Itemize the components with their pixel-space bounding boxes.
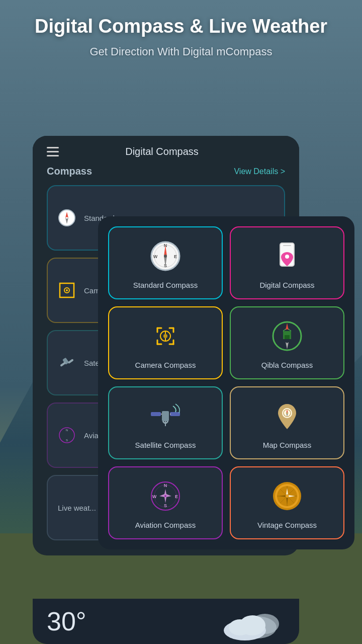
- svg-text:N: N: [164, 483, 167, 488]
- hamburger-line-1: [47, 147, 59, 148]
- view-details-link[interactable]: View Details >: [234, 167, 285, 176]
- camera-compass-icon: [148, 318, 183, 354]
- svg-rect-38: [170, 412, 180, 416]
- aviation-compass-icon: N S E W: [148, 478, 183, 514]
- map-compass-icon: [269, 398, 305, 434]
- left-liveweather-label: Live weat...: [58, 504, 96, 512]
- svg-point-53: [164, 495, 166, 497]
- svg-rect-7: [60, 362, 66, 367]
- svg-rect-31: [285, 335, 290, 339]
- svg-rect-37: [151, 412, 161, 416]
- vintage-compass-label: Vintage Compass: [257, 521, 317, 529]
- header-title: Digital Compass & Live Weather: [20, 15, 342, 38]
- satellite-compass-icon: [148, 398, 183, 434]
- svg-rect-8: [68, 359, 74, 364]
- compass-item-standard[interactable]: N S E W Standard Compass: [108, 226, 223, 299]
- svg-point-46: [286, 412, 288, 414]
- satellite-compass-label: Satellite Compass: [135, 441, 196, 449]
- header-subtitle: Get Direction With Digital mCompass: [20, 45, 342, 58]
- svg-marker-34: [286, 323, 289, 330]
- compass-item-camera[interactable]: Camera Compass: [108, 306, 223, 379]
- compass-item-qibla[interactable]: Qibla Compass: [230, 306, 344, 379]
- header: Digital Compass & Live Weather Get Direc…: [0, 15, 362, 58]
- svg-point-26: [163, 334, 167, 338]
- bottom-weather-bar: 30°: [33, 599, 299, 644]
- left-camera-icon: [58, 281, 76, 299]
- svg-point-5: [66, 289, 68, 291]
- standard-compass-label: Standard Compass: [133, 281, 198, 289]
- bg-card-header: Digital Compass: [33, 136, 299, 166]
- digital-compass-icon: [269, 238, 305, 274]
- vintage-compass-icon: [269, 478, 305, 514]
- svg-point-24: [285, 255, 289, 259]
- compass-grid: N S E W Standard Compass: [108, 226, 344, 539]
- main-compass-card: N S E W Standard Compass: [98, 216, 354, 549]
- compass-item-satellite[interactable]: Satellite Compass: [108, 386, 223, 459]
- hamburger-line-2: [47, 151, 59, 152]
- aviation-compass-label: Aviation Compass: [135, 521, 196, 529]
- svg-rect-36: [162, 411, 169, 421]
- digital-compass-label: Digital Compass: [259, 281, 314, 289]
- svg-text:W: W: [152, 494, 157, 499]
- svg-rect-22: [283, 245, 291, 246]
- standard-compass-icon: N S E W: [148, 238, 183, 274]
- svg-text:N: N: [66, 429, 68, 432]
- compass-item-vintage[interactable]: Vintage Compass: [230, 466, 344, 539]
- weather-cloud-icon: [215, 601, 285, 641]
- svg-text:S: S: [66, 439, 68, 442]
- left-aviation-icon: N S: [58, 426, 76, 444]
- svg-point-65: [286, 495, 289, 498]
- left-satellite-icon: [58, 354, 76, 372]
- map-compass-label: Map Compass: [263, 441, 312, 449]
- compass-item-aviation[interactable]: N S E W Aviation Compass: [108, 466, 223, 539]
- svg-point-20: [164, 255, 167, 258]
- temperature-display: 30°: [47, 606, 86, 636]
- hamburger-menu[interactable]: [47, 147, 59, 156]
- bg-card-title: Digital Compass: [125, 146, 199, 157]
- qibla-compass-icon: [269, 318, 305, 354]
- svg-text:W: W: [153, 254, 158, 259]
- compass-section-label: Compass: [47, 166, 92, 177]
- compass-item-digital[interactable]: Digital Compass: [230, 226, 344, 299]
- camera-compass-label: Camera Compass: [135, 361, 196, 369]
- left-standard-icon: [58, 209, 76, 227]
- compass-item-map[interactable]: Map Compass: [230, 386, 344, 459]
- svg-point-71: [229, 619, 251, 635]
- svg-text:E: E: [175, 494, 178, 499]
- hamburger-line-3: [47, 155, 59, 156]
- qibla-compass-label: Qibla Compass: [261, 361, 313, 369]
- svg-marker-35: [286, 342, 289, 349]
- svg-text:S: S: [164, 503, 167, 508]
- svg-text:E: E: [174, 254, 177, 259]
